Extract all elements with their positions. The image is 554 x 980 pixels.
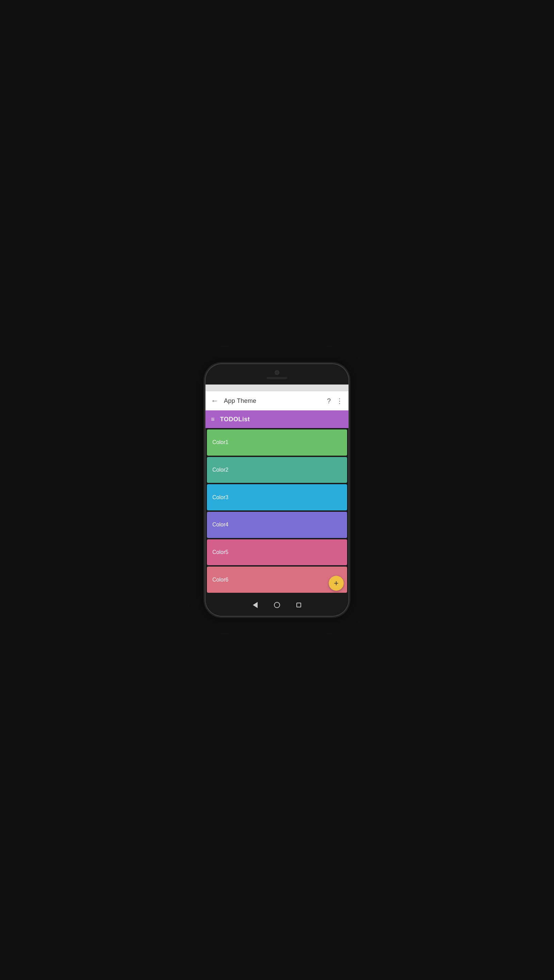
app-bar-title: App Theme [224, 398, 327, 404]
preview-toolbar: ≡ TODOList [205, 410, 349, 428]
color-item-label: Color1 [212, 439, 228, 445]
speaker [267, 377, 287, 379]
list-item[interactable]: Color2 [207, 457, 347, 483]
status-bar [205, 385, 349, 391]
phone-device: ← App Theme ? ⋮ ≡ TODOList Color1 [205, 364, 349, 616]
phone-top-bar [205, 364, 349, 385]
phone-bottom-bar [205, 594, 349, 616]
screen: ← App Theme ? ⋮ ≡ TODOList Color1 [205, 391, 349, 594]
more-options-icon[interactable]: ⋮ [336, 397, 343, 405]
preview-toolbar-title: TODOList [220, 416, 250, 423]
app-preview: ≡ TODOList Color1 Color2 Color3 [205, 410, 349, 594]
list-item[interactable]: Color3 [207, 484, 347, 511]
help-icon[interactable]: ? [327, 397, 331, 405]
color-list: Color1 Color2 Color3 Color4 Color5 [205, 428, 349, 594]
phone-screen-wrapper: ← App Theme ? ⋮ ≡ TODOList Color1 [205, 385, 349, 594]
nav-home-button[interactable] [274, 602, 280, 608]
color-item-label: Color3 [212, 495, 228, 501]
fab-add-button[interactable]: + [329, 576, 344, 591]
color-item-label: Color6 [212, 577, 228, 583]
color-item-label: Color2 [212, 467, 228, 473]
camera [275, 370, 279, 375]
nav-recents-button[interactable] [296, 603, 301, 608]
screen-content: ≡ TODOList Color1 Color2 Color3 [205, 410, 349, 594]
list-item[interactable]: Color1 [207, 430, 347, 456]
color-item-label: Color4 [212, 522, 228, 528]
hamburger-icon: ≡ [211, 416, 215, 422]
nav-back-button[interactable] [253, 602, 258, 608]
app-bar: ← App Theme ? ⋮ [205, 391, 349, 410]
list-item[interactable]: Color5 [207, 539, 347, 566]
list-item[interactable]: Color6 [207, 566, 347, 593]
list-item[interactable]: Color4 [207, 512, 347, 538]
color-item-label: Color5 [212, 549, 228, 555]
back-button[interactable]: ← [211, 397, 218, 404]
app-bar-icons: ? ⋮ [327, 397, 343, 405]
